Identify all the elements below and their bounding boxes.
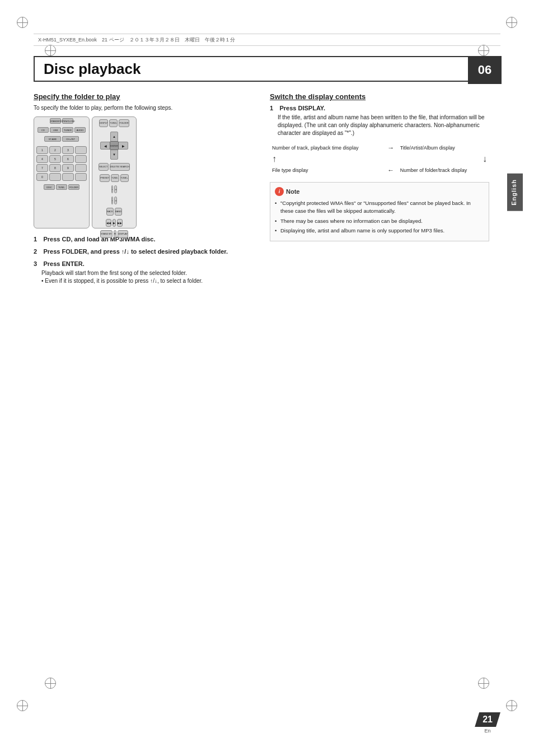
tuneminus-btn: TUNE-	[56, 184, 67, 190]
dummy3-btn	[75, 164, 87, 172]
r-fi-btn: FI	[114, 230, 117, 238]
r-minus-btn: -	[111, 185, 114, 193]
note-item-3: Displaying title, artist and album name …	[275, 227, 484, 235]
right-step1-text: Press DISPLAY.	[279, 105, 325, 111]
open-close-btn: OPEN/CLOSE	[62, 118, 73, 124]
chapter-title-bar: Disc playback 06	[34, 56, 500, 82]
diagram-file-label: File type display	[270, 165, 386, 175]
dpad-left: ◀	[100, 142, 110, 150]
r-disp2-btn: DISPLAY	[118, 230, 128, 238]
dummy6-btn	[75, 173, 87, 181]
standby-btn: STANDBY	[50, 118, 61, 124]
display-diagram: Number of track, playback time display →…	[270, 143, 489, 175]
diagram-table: Number of track, playback time display →…	[270, 143, 489, 175]
dummy4-btn	[49, 173, 61, 181]
note-item-2: There may be cases where no information …	[275, 217, 484, 225]
right-column: Switch the display contents 1 Press DISP…	[270, 92, 489, 290]
r-search-btn: DELETE/ SEARCH	[110, 163, 130, 171]
right-step1-desc: If the title, artist and album name has …	[270, 114, 489, 137]
r-select-btn: SELECT	[99, 163, 109, 171]
num2-btn: 2	[49, 146, 61, 154]
disp-left-btn: DISC	[44, 184, 55, 190]
note-title: Note	[286, 188, 299, 195]
note-item-1: "Copyright protected WMA files" or "Unsu…	[275, 199, 484, 216]
page-number: 21	[475, 712, 500, 727]
english-tab: English	[507, 174, 523, 211]
remote-diagram: STANDBY OPEN/CLOSE CD USB TUNER AUDIO ST…	[34, 116, 253, 228]
right-step1-num: 1	[270, 105, 273, 111]
chapter-title: Disc playback	[35, 60, 140, 78]
ch-btn: CH+/INT	[62, 136, 79, 142]
r-tuneminus2-btn: TUNE-	[111, 174, 119, 182]
diagram-track-label: Number of track, playback time display	[270, 143, 386, 153]
r-play-btn: ▶	[113, 219, 116, 227]
step3-num: 3	[34, 260, 37, 267]
num7-btn: 7	[36, 164, 48, 172]
r-band-btn: BAND	[115, 208, 122, 216]
content-area: Specify the folder to play To specify th…	[34, 92, 489, 700]
r-folder-btn: FOLDER	[119, 119, 129, 127]
num1-btn: 1	[36, 146, 48, 154]
num9-btn: 9	[62, 164, 74, 172]
num3-btn: 3	[62, 146, 74, 154]
audio-btn: AUDIO	[74, 127, 86, 133]
dummy5-btn	[62, 173, 74, 181]
num6-btn: 6	[62, 155, 74, 163]
remote-right-panel: DISPLY TUNE> FOLDER ▲ ▼ ◀ ▶ ENTER	[92, 116, 137, 228]
r-preset-btn: PRESET	[100, 174, 110, 182]
left-section-intro: To specify the folder to play, perform t…	[34, 104, 253, 112]
num8-btn: 8	[49, 164, 61, 172]
r-back-btn: BACK	[106, 208, 114, 216]
remote-left-panel: STANDBY OPEN/CLOSE CD USB TUNER AUDIO ST…	[34, 116, 90, 228]
header-strip: X-HM51_SYXE8_En.book 21 ページ ２０１３年３月２８日 木…	[34, 34, 500, 46]
right-step-1: 1 Press DISPLAY. If the title, artist an…	[270, 104, 489, 137]
dpad-enter: ENTER	[110, 141, 119, 150]
diagram-down-arrow: ↓	[398, 153, 489, 165]
page-lang: En	[485, 728, 491, 734]
header-text: X-HM51_SYXE8_En.book 21 ページ ２０１３年３月２８日 木…	[38, 36, 235, 44]
dpad-up: ▲	[110, 132, 118, 142]
r-left-btn: ◀◀	[106, 219, 111, 227]
left-column: Specify the folder to play To specify th…	[34, 92, 253, 290]
diagram-arrow-left: ←	[386, 165, 397, 175]
step1-num: 1	[34, 236, 37, 242]
diagram-title-label: Title/Artist/Album display	[398, 143, 489, 153]
r-plus-btn: +	[114, 185, 117, 193]
r-minus2-btn: -	[111, 197, 114, 204]
step3-text: Press ENTER.	[43, 260, 84, 267]
page-footer: 21 En	[475, 712, 500, 734]
dpad-right: ▶	[118, 142, 128, 150]
r-disp-btn: DISPLY	[99, 119, 108, 127]
dummy1-btn	[75, 146, 87, 154]
r-plus2-btn: +	[114, 197, 117, 204]
right-section-heading: Switch the display contents	[270, 92, 489, 101]
chapter-number: 06	[468, 56, 502, 84]
r-tune-btn: TUNE>	[109, 119, 118, 127]
tuner-btn: TUNER	[62, 127, 73, 133]
step3-desc: Playback will start from the first song …	[34, 269, 253, 285]
num0-btn: 0	[36, 173, 48, 181]
st-btn: ST.AME	[44, 136, 61, 142]
r-right-btn: ▶▶	[117, 219, 123, 227]
note-box: i Note "Copyright protected WMA files" o…	[270, 182, 489, 241]
step-2: 2 Press FOLDER, and press ↑/↓ to select …	[34, 248, 253, 255]
diagram-up-arrow: ↑	[270, 153, 386, 165]
step2-text: Press FOLDER, and press ↑/↓ to select de…	[43, 248, 228, 255]
note-icon: i	[275, 187, 284, 196]
dpad-down: ▼	[110, 150, 118, 160]
r-tuneplus-btn: TUNE+	[120, 174, 129, 182]
num5-btn: 5	[49, 155, 61, 163]
dummy2-btn	[75, 155, 87, 163]
step-1: 1 Press CD, and load an MP3/WMA disc.	[34, 235, 253, 243]
diagram-folder-label: Number of folder/track display	[398, 165, 489, 175]
note-list: "Copyright protected WMA files" or "Unsu…	[275, 199, 484, 235]
folder-left-btn: FOLDER	[68, 184, 79, 190]
usb-btn: USB	[50, 127, 61, 133]
two-column-layout: Specify the folder to play To specify th…	[34, 92, 489, 290]
num4-btn: 4	[36, 155, 48, 163]
note-header: i Note	[275, 187, 484, 196]
cd-btn: CD	[38, 127, 49, 133]
diagram-arrow-right: →	[386, 143, 397, 153]
step2-num: 2	[34, 248, 37, 255]
r-standby2-btn: STAND BY	[100, 230, 113, 238]
